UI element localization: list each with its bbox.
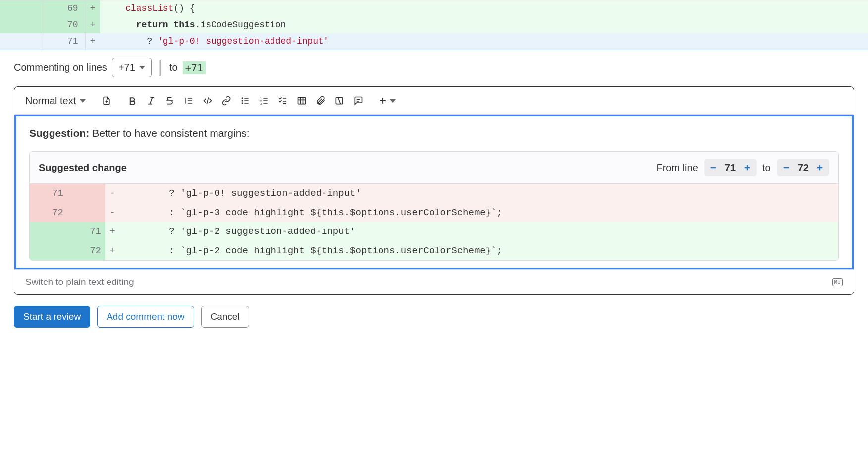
svg-point-9 — [242, 98, 243, 99]
diff-row: 71+ ? 'gl-p-0! suggestion-added-input' — [0, 33, 868, 50]
to-label: to — [169, 62, 178, 73]
diff-row: 69+ classList() { — [0, 0, 868, 17]
cancel-button[interactable]: Cancel — [201, 306, 249, 328]
diff-sign: + — [105, 222, 120, 241]
svg-point-11 — [242, 103, 243, 104]
to-plus-button[interactable] — [812, 160, 828, 175]
to-line-value: +71 — [183, 61, 206, 74]
diff-view: 69+ classList() {70+ return this.isCodeS… — [0, 0, 868, 50]
new-lineno: 71 — [67, 222, 105, 241]
task-list-icon[interactable] — [274, 92, 292, 110]
old-lineno — [0, 0, 43, 17]
blockquote-icon[interactable] — [180, 92, 198, 110]
suggestion-diff: 71- ? 'gl-p-0! suggestion-added-input'72… — [30, 184, 838, 260]
to-minus-button[interactable] — [778, 160, 795, 175]
diff-sign: + — [85, 33, 100, 50]
strikethrough-icon[interactable] — [161, 92, 179, 110]
svg-line-2 — [150, 97, 153, 104]
diff-code: : `gl-p-2 code highlight ${this.$options… — [120, 241, 838, 261]
start-review-button[interactable]: Start a review — [14, 306, 90, 328]
comment-editor: Normal text 123 — [14, 86, 854, 295]
markdown-badge-icon[interactable]: M↓ — [832, 278, 843, 286]
svg-line-29 — [338, 97, 341, 104]
bullet-list-icon[interactable] — [236, 92, 254, 110]
new-lineno — [67, 184, 105, 203]
diff-code: : `gl-p-3 code highlight ${this.$options… — [120, 203, 838, 223]
insert-file-icon[interactable] — [98, 92, 115, 110]
diff-sign: + — [85, 0, 100, 17]
new-lineno — [67, 203, 105, 223]
from-line-value: +71 — [118, 62, 135, 73]
editor-footer: Switch to plain text editing M↓ — [14, 269, 854, 294]
editor-content[interactable]: Suggestion: Better to have consistent ma… — [14, 115, 854, 269]
text-style-dropdown[interactable]: Normal text — [21, 93, 90, 109]
old-lineno — [30, 222, 67, 241]
svg-text:3: 3 — [260, 102, 262, 105]
suggested-change-title: Suggested change — [39, 162, 127, 173]
old-lineno — [0, 17, 43, 33]
diff-code: ? 'gl-p-2 suggestion-added-input' — [120, 222, 838, 241]
suggested-change-box: Suggested change From line 71 to 72 — [29, 151, 839, 261]
diff-sign: + — [85, 17, 100, 33]
link-icon[interactable] — [217, 92, 235, 110]
new-lineno: 71 — [43, 33, 85, 50]
numbered-list-icon[interactable]: 123 — [255, 92, 273, 110]
diff-sign: + — [105, 241, 120, 261]
from-minus-button[interactable] — [705, 160, 722, 175]
diff-sign: - — [105, 203, 120, 223]
comment-icon[interactable] — [349, 92, 367, 110]
italic-icon[interactable] — [142, 92, 160, 110]
switch-plain-text-link[interactable]: Switch to plain text editing — [25, 277, 134, 287]
from-plus-button[interactable] — [739, 160, 756, 175]
code-icon[interactable] — [199, 92, 217, 110]
bold-icon[interactable] — [123, 92, 141, 110]
comment-form-region: Commenting on lines +71 │ to +71 Normal … — [0, 50, 868, 337]
old-lineno — [0, 33, 43, 50]
commenting-label: Commenting on lines — [14, 62, 107, 73]
suggestion-diff-row: 71- ? 'gl-p-0! suggestion-added-input' — [30, 184, 838, 203]
suggestion-diff-row: 72- : `gl-p-3 code highlight ${this.$opt… — [30, 203, 838, 223]
from-line-number: 71 — [722, 162, 739, 173]
chevron-down-icon — [139, 66, 145, 69]
add-comment-now-button[interactable]: Add comment now — [97, 306, 194, 328]
suggestion-diff-row: 72+ : `gl-p-2 code highlight ${this.$opt… — [30, 241, 838, 261]
old-lineno — [30, 241, 67, 261]
diff-code: classList() { — [100, 0, 868, 17]
diff-code: return this.isCodeSuggestion — [100, 17, 868, 33]
suggested-change-header: Suggested change From line 71 to 72 — [30, 152, 838, 184]
line-range-controls: From line 71 to 72 — [656, 159, 829, 176]
diff-code: ? 'gl-p-0! suggestion-added-input' — [100, 33, 868, 50]
diff-code: ? 'gl-p-0! suggestion-added-input' — [120, 184, 838, 203]
more-menu[interactable] — [375, 92, 399, 110]
chevron-down-icon — [80, 99, 86, 103]
old-lineno: 72 — [30, 203, 67, 223]
new-lineno: 72 — [67, 241, 105, 261]
attachment-icon[interactable] — [312, 92, 329, 110]
details-icon[interactable] — [330, 92, 348, 110]
svg-line-8 — [207, 97, 209, 104]
table-icon[interactable] — [293, 92, 311, 110]
old-lineno: 71 — [30, 184, 67, 203]
suggestion-text-line: Suggestion: Better to have consistent ma… — [29, 127, 839, 139]
chevron-down-icon — [390, 99, 396, 103]
svg-point-10 — [242, 100, 243, 101]
to-line-number: 72 — [795, 162, 812, 173]
diff-sign: - — [105, 184, 120, 203]
commenting-on-lines: Commenting on lines +71 │ to +71 — [14, 58, 854, 77]
diff-row: 70+ return this.isCodeSuggestion — [0, 17, 868, 33]
comment-actions: Start a review Add comment now Cancel — [14, 306, 854, 328]
new-lineno: 69 — [43, 0, 85, 17]
suggestion-diff-row: 71+ ? 'gl-p-2 suggestion-added-input' — [30, 222, 838, 241]
from-line-select[interactable]: +71 — [112, 58, 152, 77]
new-lineno: 70 — [43, 17, 85, 33]
svg-rect-24 — [298, 97, 306, 104]
editor-toolbar: Normal text 123 — [14, 87, 854, 115]
